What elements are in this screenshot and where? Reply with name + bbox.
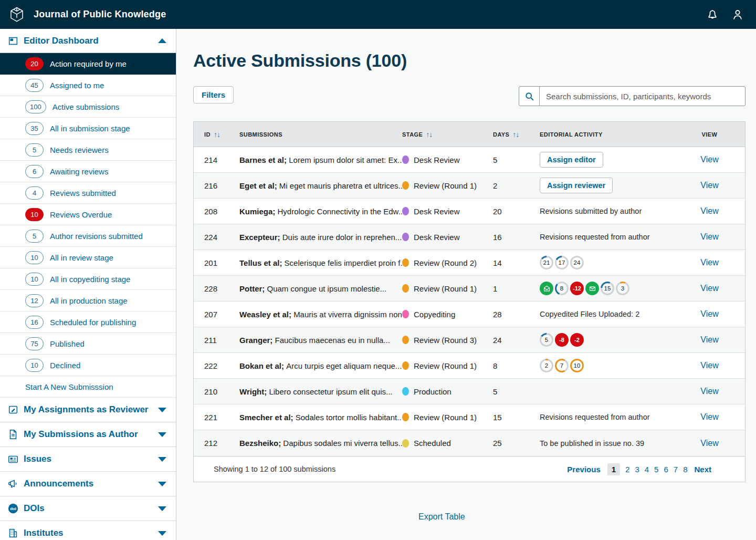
notifications-bell-icon[interactable] bbox=[706, 8, 719, 22]
submission-id: 216 bbox=[204, 181, 239, 190]
next-page-link[interactable]: Next bbox=[694, 465, 711, 474]
editorial-activity: 5-8-2 bbox=[540, 333, 685, 347]
table-row: 221 Smecher et al; Sodales tortor mollis… bbox=[194, 404, 745, 430]
editorial-activity: Revisions submitted by author bbox=[540, 207, 685, 215]
count-badge: 5 bbox=[25, 143, 44, 157]
submission-id: 210 bbox=[204, 387, 239, 396]
sidebar-section[interactable]: doi DOIs bbox=[0, 496, 176, 521]
chevron-down-icon bbox=[158, 531, 166, 536]
activity-text: Copyedited Files Uploaded: 2 bbox=[540, 310, 639, 318]
page-link-1[interactable]: 1 bbox=[607, 463, 620, 475]
page-link-8[interactable]: 8 bbox=[683, 465, 687, 474]
table-row: 224 Excepteur; Duis aute irure dolor in … bbox=[194, 224, 745, 250]
submission-title: Tellus et al; Scelerisque felis imperdie… bbox=[239, 258, 402, 267]
sidebar-section[interactable]: Issues bbox=[0, 447, 176, 472]
app-title: Journal of Public Knowledge bbox=[34, 9, 166, 20]
submission-id: 201 bbox=[204, 258, 239, 267]
search-icon[interactable] bbox=[519, 87, 540, 106]
sidebar-item[interactable]: 10 Reviews Overdue bbox=[0, 204, 176, 225]
previous-page-link[interactable]: Previous bbox=[567, 465, 600, 474]
sidebar-section-label: My Assignments as Reviewer bbox=[24, 404, 148, 415]
sort-icon[interactable]: ↑↓ bbox=[512, 130, 519, 139]
sidebar-item[interactable]: 6 Awaiting reviews bbox=[0, 161, 176, 182]
sidebar-item[interactable]: 100 Active submissions bbox=[0, 96, 176, 118]
submission-title: Granger; Faucibus maecenas eu in nulla..… bbox=[239, 336, 402, 345]
sidebar-section[interactable]: My Submissions as Author bbox=[0, 422, 176, 447]
sidebar-section-label: My Submissions as Author bbox=[24, 429, 138, 440]
page-link-4[interactable]: 4 bbox=[645, 465, 649, 474]
sidebar-item-label: All in copyediting stage bbox=[50, 275, 130, 284]
view-link[interactable]: View bbox=[700, 232, 718, 241]
sidebar-item-editor-dashboard[interactable]: Editor Dashboard bbox=[0, 29, 176, 53]
page-link-6[interactable]: 6 bbox=[664, 465, 668, 474]
page-link-5[interactable]: 5 bbox=[654, 465, 658, 474]
stage-dot-icon bbox=[402, 413, 409, 421]
export-table-link[interactable]: Export Table bbox=[418, 512, 465, 521]
sort-icon[interactable]: ↑↓ bbox=[214, 130, 220, 139]
submission-stage: Review (Round 1) bbox=[402, 413, 493, 422]
editorial-activity: 211724 bbox=[540, 256, 685, 269]
view-link[interactable]: View bbox=[700, 335, 718, 344]
sidebar-item[interactable]: 45 Assigned to me bbox=[0, 75, 176, 96]
submission-title: Eget et al; Mi eget mauris pharetra et u… bbox=[239, 181, 402, 190]
table-row: 214 Barnes et al; Lorem ipsum dolor sit … bbox=[194, 147, 745, 173]
view-link[interactable]: View bbox=[700, 361, 718, 370]
sidebar-item[interactable]: 5 Author revisions submitted bbox=[0, 225, 176, 247]
view-link[interactable]: View bbox=[700, 258, 718, 267]
view-link[interactable]: View bbox=[700, 181, 718, 190]
count-badge: 45 bbox=[25, 79, 44, 92]
submission-id: 214 bbox=[204, 155, 239, 164]
count-badge: 16 bbox=[25, 316, 44, 329]
sidebar-item[interactable]: 5 Needs reviewers bbox=[0, 139, 176, 161]
table-row: 216 Eget et al; Mi eget mauris pharetra … bbox=[194, 173, 745, 199]
view-link[interactable]: View bbox=[700, 412, 718, 421]
column-header-days[interactable]: DAYS↑↓ bbox=[493, 130, 540, 139]
table-row: 228 Potter; Quam congue ut ipsum molesti… bbox=[194, 276, 745, 302]
view-link[interactable]: View bbox=[700, 206, 718, 215]
envelope-closed-icon bbox=[585, 282, 599, 295]
sidebar-item-label: Start A New Submisssion bbox=[25, 382, 113, 391]
submission-stage: Review (Round 2) bbox=[402, 258, 493, 267]
search-input[interactable] bbox=[540, 87, 745, 106]
view-link[interactable]: View bbox=[700, 439, 718, 448]
column-header-stage[interactable]: STAGE↑↓ bbox=[402, 130, 493, 139]
view-link[interactable]: View bbox=[700, 155, 718, 164]
assign-editor-button[interactable]: Assign editor bbox=[540, 152, 603, 168]
table-row: 222 Bokan et al; Arcu turpis eget aliqua… bbox=[194, 353, 745, 379]
assign-reviewer-button[interactable]: Assign reviewer bbox=[540, 178, 613, 193]
sidebar-section[interactable]: Institutes bbox=[0, 521, 176, 540]
envelope-open-icon bbox=[540, 282, 553, 295]
sidebar-item[interactable]: 20 Action required by me bbox=[0, 53, 176, 75]
activity-text: To be published in issue no. 39 bbox=[540, 439, 644, 448]
submission-title: Potter; Quam congue ut ipsum molestie... bbox=[239, 284, 402, 293]
view-link[interactable]: View bbox=[700, 387, 718, 396]
sidebar-item[interactable]: 10 Declined bbox=[0, 355, 176, 376]
stage-dot-icon bbox=[402, 233, 409, 241]
sort-icon[interactable]: ↑↓ bbox=[426, 130, 432, 139]
sidebar-item[interactable]: 35 All in submission stage bbox=[0, 118, 176, 139]
filters-button[interactable]: Filters bbox=[193, 86, 234, 103]
page-link-3[interactable]: 3 bbox=[635, 465, 639, 474]
submission-stage: Review (Round 1) bbox=[402, 361, 493, 370]
column-header-id[interactable]: ID↑↓ bbox=[204, 130, 239, 139]
activity-text: Revisions requested from author bbox=[540, 233, 650, 241]
user-profile-icon[interactable] bbox=[731, 8, 744, 22]
sidebar-item[interactable]: 12 All in production stage bbox=[0, 290, 176, 311]
sidebar-item[interactable]: 16 Scheduled for publishing bbox=[0, 311, 176, 333]
page-link-7[interactable]: 7 bbox=[674, 465, 678, 474]
sidebar-item[interactable]: 10 All in copyediting stage bbox=[0, 268, 176, 290]
sidebar-item-label: Action required by me bbox=[50, 59, 127, 68]
institutes-icon bbox=[7, 527, 19, 539]
sidebar-item[interactable]: 10 All in review stage bbox=[0, 247, 176, 268]
submission-days: 5 bbox=[493, 387, 540, 396]
sidebar-section[interactable]: Announcements bbox=[0, 472, 176, 496]
sidebar-item[interactable]: 75 Published bbox=[0, 333, 176, 355]
view-link[interactable]: View bbox=[700, 309, 718, 318]
sidebar-section[interactable]: My Assignments as Reviewer bbox=[0, 398, 176, 422]
sidebar-item[interactable]: Start A New Submisssion bbox=[0, 376, 176, 398]
page-link-2[interactable]: 2 bbox=[625, 465, 629, 474]
view-link[interactable]: View bbox=[700, 284, 718, 293]
chevron-up-icon bbox=[158, 38, 166, 43]
sidebar-item-label: Active submissions bbox=[52, 102, 120, 111]
sidebar-item[interactable]: 4 Reviews submitted bbox=[0, 182, 176, 204]
